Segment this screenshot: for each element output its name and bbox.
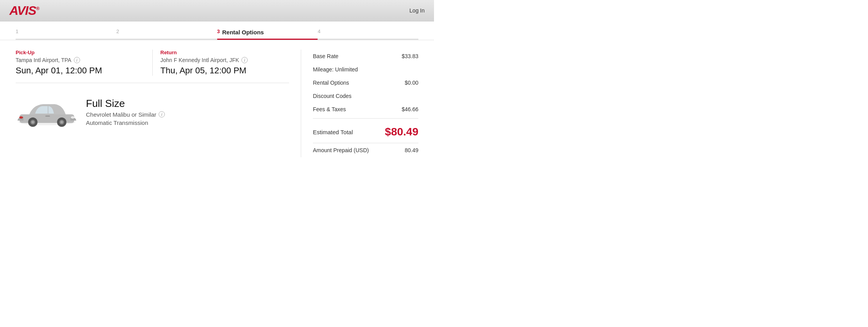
car-model-row: Chevrolet Malibu or Similar i bbox=[86, 111, 165, 118]
steps: 1 2 3 Rental Options 4 bbox=[16, 28, 418, 40]
return-info-icon[interactable]: i bbox=[241, 57, 248, 63]
step-4-number: 4 bbox=[318, 28, 320, 34]
fees-taxes-value: $46.66 bbox=[402, 106, 418, 112]
car-transmission: Automatic Transmission bbox=[86, 119, 165, 126]
car-category: Full Size bbox=[86, 98, 165, 110]
return-location: John F Kennedy Intl Airport, JFK bbox=[161, 57, 239, 63]
svg-point-8 bbox=[32, 121, 34, 123]
car-section: Full Size Chevrolet Malibu or Similar i … bbox=[16, 94, 289, 129]
step-1-number: 1 bbox=[16, 28, 18, 34]
step-1-underline bbox=[16, 39, 116, 40]
discount-codes-row: Discount Codes bbox=[313, 89, 418, 103]
pickup-location-row: Tampa Intl Airport, TPA i bbox=[16, 57, 145, 63]
amount-prepaid-row: Amount Prepaid (USD) 80.49 bbox=[313, 143, 418, 157]
avis-logo: AVIS® bbox=[9, 4, 39, 18]
discount-codes-label: Discount Codes bbox=[313, 93, 352, 99]
main-content: Pick-Up Tampa Intl Airport, TPA i Sun, A… bbox=[0, 40, 434, 167]
login-button[interactable]: Log In bbox=[409, 7, 425, 14]
fees-taxes-row: Fees & Taxes $46.66 bbox=[313, 103, 418, 116]
estimated-total-row: Estimated Total $80.49 bbox=[313, 121, 418, 141]
left-section: Pick-Up Tampa Intl Airport, TPA i Sun, A… bbox=[16, 50, 301, 157]
car-info-icon[interactable]: i bbox=[159, 111, 165, 117]
estimated-total-value: $80.49 bbox=[385, 126, 418, 138]
base-rate-value: $33.83 bbox=[402, 53, 418, 59]
return-column: Return John F Kennedy Intl Airport, JFK … bbox=[153, 50, 289, 76]
step-3-underline bbox=[217, 39, 318, 40]
rental-options-label: Rental Options bbox=[313, 80, 349, 86]
fees-taxes-label: Fees & Taxes bbox=[313, 106, 346, 112]
car-info: Full Size Chevrolet Malibu or Similar i … bbox=[86, 98, 165, 126]
estimated-total-label: Estimated Total bbox=[313, 129, 353, 135]
return-datetime: Thu, Apr 05, 12:00 PM bbox=[161, 66, 289, 76]
rental-options-row: Rental Options $0.00 bbox=[313, 76, 418, 89]
rental-options-value: $0.00 bbox=[405, 80, 418, 86]
amount-prepaid-label: Amount Prepaid (USD) bbox=[313, 147, 369, 153]
pickup-column: Pick-Up Tampa Intl Airport, TPA i Sun, A… bbox=[16, 50, 153, 76]
pickup-location: Tampa Intl Airport, TPA bbox=[16, 57, 71, 63]
car-image bbox=[16, 94, 78, 129]
base-rate-row: Base Rate $33.83 bbox=[313, 50, 418, 63]
mileage-row: Mileage: Unlimited bbox=[313, 63, 418, 76]
header: AVIS® Log In bbox=[0, 0, 434, 21]
return-location-row: John F Kennedy Intl Airport, JFK i bbox=[161, 57, 289, 63]
base-rate-label: Base Rate bbox=[313, 53, 338, 59]
pickup-label: Pick-Up bbox=[16, 50, 145, 55]
pickup-return-row: Pick-Up Tampa Intl Airport, TPA i Sun, A… bbox=[16, 50, 289, 83]
amount-prepaid-value: 80.49 bbox=[405, 147, 418, 153]
step-3[interactable]: 3 Rental Options bbox=[217, 28, 318, 40]
step-4-underline bbox=[318, 39, 418, 40]
step-3-label: Rental Options bbox=[222, 29, 264, 36]
step-2[interactable]: 2 bbox=[116, 28, 217, 40]
pickup-datetime: Sun, Apr 01, 12:00 PM bbox=[16, 66, 145, 76]
svg-rect-11 bbox=[45, 116, 50, 117]
mileage-label: Mileage: Unlimited bbox=[313, 66, 358, 73]
return-label: Return bbox=[161, 50, 289, 55]
price-divider bbox=[313, 118, 418, 119]
car-model: Chevrolet Malibu or Similar bbox=[86, 111, 156, 118]
step-1[interactable]: 1 bbox=[16, 28, 116, 40]
right-section: Base Rate $33.83 Mileage: Unlimited Rent… bbox=[301, 50, 418, 157]
steps-container: 1 2 3 Rental Options 4 bbox=[0, 21, 434, 40]
step-3-number: 3 bbox=[217, 28, 220, 34]
svg-point-5 bbox=[61, 121, 63, 123]
svg-point-9 bbox=[71, 116, 75, 119]
step-2-underline bbox=[116, 39, 217, 40]
svg-point-10 bbox=[19, 116, 23, 119]
step-2-number: 2 bbox=[116, 28, 119, 34]
step-4[interactable]: 4 bbox=[318, 28, 418, 40]
pickup-info-icon[interactable]: i bbox=[74, 57, 80, 63]
